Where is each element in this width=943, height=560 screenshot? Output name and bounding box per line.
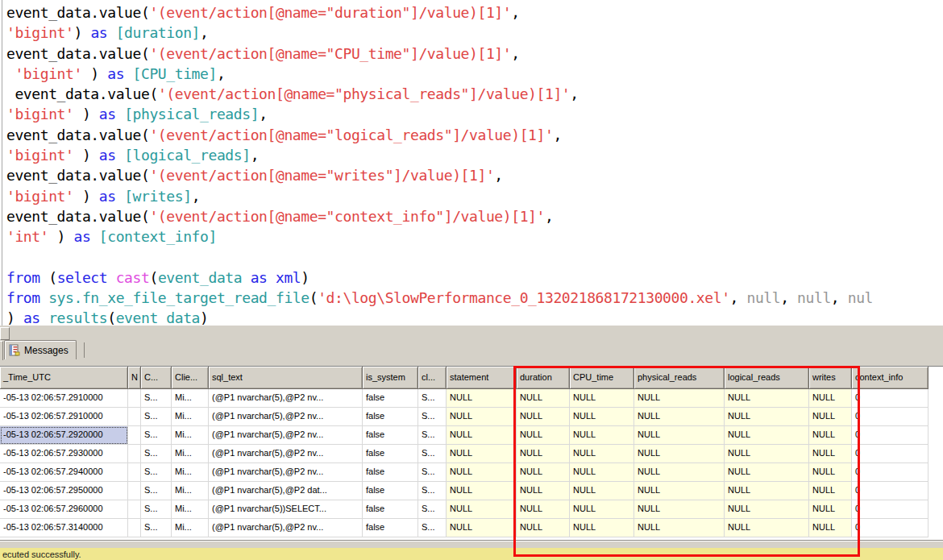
grid-cell[interactable]: -05-13 02:06:57.2920000 (0, 426, 128, 445)
grid-cell[interactable]: Mi... (172, 389, 209, 408)
grid-cell[interactable]: NULL (634, 445, 725, 463)
grid-cell[interactable]: NULL (809, 500, 852, 519)
grid-cell[interactable]: NULL (447, 445, 517, 463)
column-header-cpu_time[interactable]: CPU_time (570, 367, 634, 389)
grid-cell[interactable]: NULL (570, 519, 634, 537)
grid-cell[interactable]: NULL (634, 408, 725, 426)
grid-cell[interactable]: NULL (447, 482, 517, 500)
grid-cell[interactable] (128, 482, 141, 500)
grid-cell[interactable]: S... (141, 519, 172, 537)
grid-cell[interactable]: NULL (809, 482, 852, 500)
grid-cell[interactable]: S... (141, 482, 172, 500)
grid-cell[interactable]: -05-13 02:06:57.3140000 (0, 519, 128, 537)
grid-cell[interactable]: (@P1 nvarchar(5),@P2 nv... (209, 519, 363, 537)
grid-cell[interactable]: (@P1 nvarchar(5))SELECT... (209, 500, 363, 519)
sql-editor[interactable]: event_data.value('(event/action[@name="d… (0, 0, 943, 326)
grid-cell[interactable]: (@P1 nvarchar(5),@P2 nv... (209, 445, 363, 463)
grid-cell[interactable]: 0 (852, 389, 928, 408)
grid-cell[interactable]: false (363, 519, 418, 537)
column-header-clie[interactable]: Clie... (172, 367, 209, 389)
editor-scrollbar-button[interactable] (0, 327, 10, 340)
grid-cell[interactable]: NULL (570, 482, 634, 500)
grid-cell[interactable]: S... (418, 463, 447, 482)
grid-cell[interactable]: NULL (725, 426, 809, 445)
grid-cell[interactable]: NULL (809, 463, 852, 482)
grid-cell[interactable]: NULL (634, 500, 725, 519)
grid-cell[interactable]: 0 (852, 445, 928, 463)
grid-cell[interactable]: 0 (852, 500, 928, 519)
grid-cell[interactable]: false (363, 463, 418, 482)
grid-cell[interactable]: NULL (570, 426, 634, 445)
grid-cell[interactable]: NULL (809, 445, 852, 463)
grid-cell[interactable]: -05-13 02:06:57.2940000 (0, 463, 128, 482)
grid-cell[interactable]: NULL (447, 519, 517, 537)
grid-cell[interactable]: false (363, 500, 418, 519)
column-header-statement[interactable]: statement (447, 367, 517, 389)
grid-cell[interactable]: false (363, 426, 418, 445)
grid-cell[interactable]: NULL (517, 408, 570, 426)
grid-cell[interactable]: S... (418, 445, 447, 463)
grid-cell[interactable]: 0 (852, 408, 928, 426)
grid-cell[interactable]: NULL (447, 463, 517, 482)
grid-cell[interactable]: Mi... (172, 445, 209, 463)
grid-cell[interactable]: -05-13 02:06:57.2910000 (0, 408, 128, 426)
grid-cell[interactable]: Mi... (172, 463, 209, 482)
grid-cell[interactable]: -05-13 02:06:57.2930000 (0, 445, 128, 463)
grid-cell[interactable]: NULL (447, 408, 517, 426)
grid-cell[interactable]: NULL (570, 463, 634, 482)
column-header-sql_text[interactable]: sql_text (209, 367, 363, 389)
grid-cell[interactable]: 0 (852, 426, 928, 445)
grid-cell[interactable]: NULL (809, 519, 852, 537)
grid-cell[interactable]: S... (418, 500, 447, 519)
grid-cell[interactable]: false (363, 389, 418, 408)
grid-cell[interactable]: NULL (725, 500, 809, 519)
column-header-physical_reads[interactable]: physical_reads (634, 367, 725, 389)
grid-cell[interactable]: S... (418, 408, 447, 426)
grid-cell[interactable]: S... (141, 500, 172, 519)
column-header-is_system[interactable]: is_system (363, 367, 418, 389)
grid-cell[interactable]: -05-13 02:06:57.2950000 (0, 482, 128, 500)
grid-cell[interactable]: NULL (725, 519, 809, 537)
grid-cell[interactable]: NULL (517, 445, 570, 463)
grid-cell[interactable]: NULL (570, 408, 634, 426)
column-header-duration[interactable]: duration (517, 367, 570, 389)
grid-cell[interactable]: NULL (809, 426, 852, 445)
grid-cell[interactable]: 0 (852, 463, 928, 482)
grid-cell[interactable]: NULL (634, 482, 725, 500)
grid-cell[interactable]: NULL (517, 389, 570, 408)
grid-cell[interactable]: NULL (517, 463, 570, 482)
grid-cell[interactable]: NULL (725, 408, 809, 426)
column-header-context_info[interactable]: context_info (852, 367, 928, 389)
grid-cell[interactable]: NULL (570, 500, 634, 519)
grid-cell[interactable]: NULL (447, 389, 517, 408)
grid-cell[interactable]: S... (141, 408, 172, 426)
grid-cell[interactable]: NULL (725, 389, 809, 408)
grid-cell[interactable]: S... (141, 445, 172, 463)
grid-cell[interactable] (128, 519, 141, 537)
grid-cell[interactable]: Mi... (172, 426, 209, 445)
grid-cell[interactable]: S... (418, 426, 447, 445)
grid-cell[interactable]: NULL (447, 500, 517, 519)
grid-cell[interactable]: NULL (570, 389, 634, 408)
grid-cell[interactable]: S... (418, 519, 447, 537)
grid-cell[interactable]: NULL (809, 389, 852, 408)
column-header-c[interactable]: C... (141, 367, 172, 389)
grid-cell[interactable]: (@P1 nvarchar(5),@P2 nv... (209, 463, 363, 482)
column-header-writes[interactable]: writes (809, 367, 852, 389)
grid-cell[interactable]: NULL (517, 500, 570, 519)
grid-cell[interactable]: 0 (852, 519, 928, 537)
grid-cell[interactable]: false (363, 408, 418, 426)
grid-cell[interactable]: Mi... (172, 519, 209, 537)
grid-cell[interactable]: false (363, 482, 418, 500)
grid-cell[interactable]: false (363, 445, 418, 463)
grid-cell[interactable]: NULL (517, 519, 570, 537)
grid-cell[interactable] (128, 408, 141, 426)
grid-cell[interactable]: NULL (447, 426, 517, 445)
grid-cell[interactable]: NULL (809, 408, 852, 426)
grid-cell[interactable]: NULL (517, 482, 570, 500)
grid-cell[interactable]: -05-13 02:06:57.2910000 (0, 389, 128, 408)
grid-cell[interactable]: (@P1 nvarchar(5),@P2 dat... (209, 482, 363, 500)
grid-cell[interactable]: S... (141, 463, 172, 482)
grid-cell[interactable]: NULL (634, 463, 725, 482)
column-header-_time_utc[interactable]: _Time_UTC (0, 367, 128, 389)
